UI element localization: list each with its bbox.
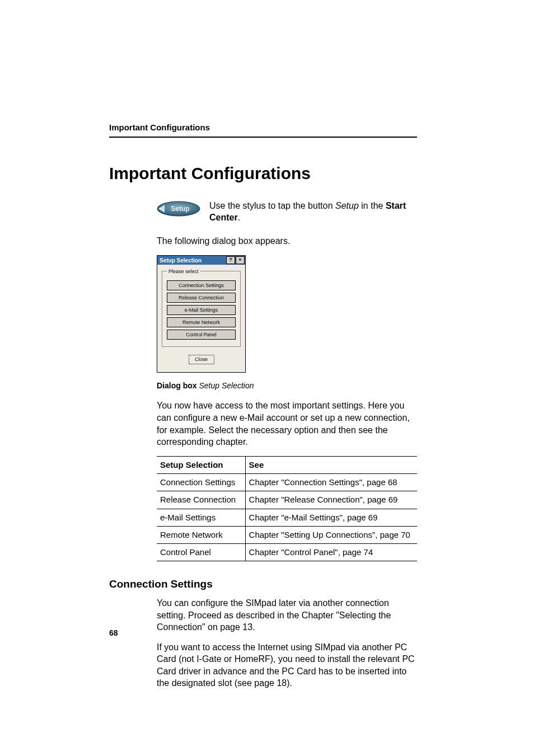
following-text: The following dialog box appears.: [157, 235, 417, 247]
caption-label: Dialog box: [157, 381, 197, 390]
table-cell: Chapter "Connection Settings", page 68: [245, 474, 417, 491]
table-row: Connection Settings Chapter "Connection …: [157, 474, 417, 491]
dialog-close-button[interactable]: Close: [189, 355, 214, 364]
table-cell: Release Connection: [157, 491, 245, 509]
setup-button-label: Setup: [171, 205, 189, 213]
table-cell: Chapter "e-Mail Settings", page 69: [245, 509, 417, 526]
dialog-title: Setup Selection: [157, 256, 226, 265]
page-title: Important Configurations: [109, 162, 417, 185]
table-cell: Control Panel: [157, 544, 245, 561]
page-number: 68: [109, 628, 118, 638]
please-select-group: Please select Connection Settings Releas…: [162, 268, 241, 348]
dialog-item-email-settings[interactable]: e-Mail Settings: [167, 305, 236, 315]
table-cell: e-Mail Settings: [157, 509, 245, 526]
table-row: Release Connection Chapter "Release Conn…: [157, 491, 417, 509]
header-rule: [109, 137, 417, 138]
table-row: Remote Network Chapter "Setting Up Conne…: [157, 526, 417, 543]
dialog-item-release-connection[interactable]: Release Connection: [167, 293, 236, 303]
section-heading-connection-settings: Connection Settings: [109, 577, 417, 591]
intro-part-a: Use the stylus to tap the button: [209, 201, 335, 210]
intro-part-b: in the: [359, 201, 386, 210]
section-paragraph-1: You can configure the SIMpad later via a…: [157, 597, 417, 633]
setup-selection-dialog: Setup Selection ? × Please select Connec…: [157, 255, 246, 373]
dialog-item-remote-network[interactable]: Remote Network: [167, 317, 236, 327]
running-head: Important Configurations: [109, 122, 417, 133]
table-head-2: See: [245, 456, 417, 473]
intro-text: Use the stylus to tap the button Setup i…: [209, 200, 417, 224]
table-cell: Chapter "Setting Up Connections", page 7…: [245, 526, 417, 543]
table-row: e-Mail Settings Chapter "e-Mail Settings…: [157, 509, 417, 526]
table-cell: Chapter "Release Connection", page 69: [245, 491, 417, 509]
table-row: Control Panel Chapter "Control Panel", p…: [157, 544, 417, 561]
setup-button-graphic: Setup: [157, 201, 200, 217]
setup-selection-table: Setup Selection See Connection Settings …: [157, 456, 417, 562]
dialog-item-control-panel[interactable]: Control Panel: [167, 330, 236, 340]
access-text: You now have access to the most importan…: [157, 400, 417, 448]
dialog-help-button[interactable]: ?: [226, 256, 235, 264]
intro-part-c: .: [238, 213, 240, 222]
table-cell: Remote Network: [157, 526, 245, 543]
dialog-caption: Dialog box Setup Selection: [157, 381, 417, 391]
dialog-close-x-button[interactable]: ×: [236, 256, 245, 264]
dialog-item-connection-settings[interactable]: Connection Settings: [167, 280, 236, 290]
dialog-titlebar: Setup Selection ? ×: [157, 256, 245, 265]
table-cell: Connection Settings: [157, 474, 245, 491]
intro-em: Setup: [335, 201, 359, 210]
section-paragraph-2: If you want to access the Internet using…: [157, 641, 417, 689]
please-select-legend: Please select: [167, 268, 200, 275]
caption-value: Setup Selection: [199, 381, 254, 390]
table-cell: Chapter "Control Panel", page 74: [245, 544, 417, 561]
intro-row: Setup Use the stylus to tap the button S…: [157, 200, 417, 224]
table-head-1: Setup Selection: [157, 456, 245, 473]
